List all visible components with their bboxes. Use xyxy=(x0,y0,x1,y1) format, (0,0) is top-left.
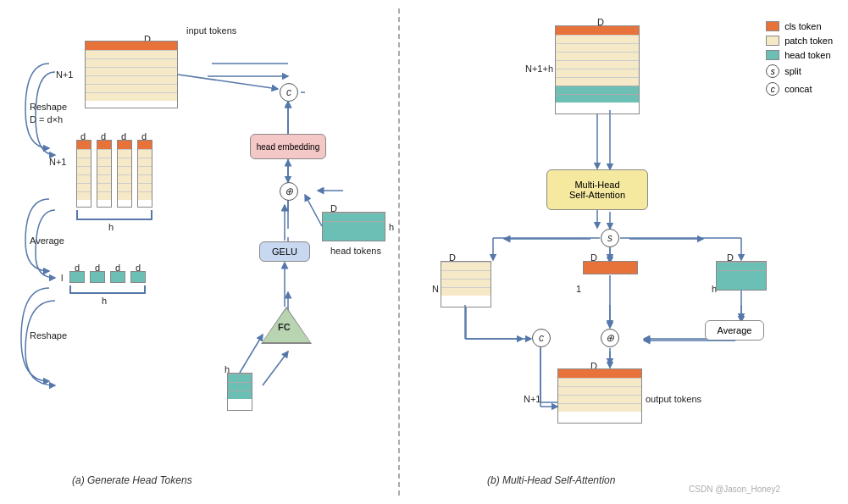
h-label-avg: h xyxy=(102,296,107,306)
head-embedding-label: head embedding xyxy=(257,142,320,152)
legend-split: s split xyxy=(766,64,833,78)
r-h2 xyxy=(556,94,639,102)
head-swatch xyxy=(766,50,779,60)
r-p4 xyxy=(556,60,639,69)
cr1 xyxy=(97,141,111,149)
cr1 xyxy=(138,141,152,149)
split-circle: s xyxy=(601,229,619,247)
rn1 xyxy=(441,262,491,270)
cr5 xyxy=(118,174,131,183)
cr4 xyxy=(138,166,152,174)
svg-line-42 xyxy=(240,335,263,373)
input-tokens-label: input tokens xyxy=(186,25,236,36)
patch-token-row-3 xyxy=(86,67,177,75)
patch-swatch xyxy=(766,36,779,46)
concat-symbol: c xyxy=(766,82,779,96)
legend-head-label: head token xyxy=(784,50,830,60)
head-embedding-box: head embedding xyxy=(250,134,326,159)
ro1 xyxy=(558,369,641,378)
token-col-2 xyxy=(97,140,112,208)
r-h1 xyxy=(556,86,639,94)
average-box-right: Average xyxy=(705,320,764,341)
cr7 xyxy=(97,191,111,200)
cr3 xyxy=(138,158,152,166)
rh1 xyxy=(717,262,766,270)
right-N1-output-label: N+1 xyxy=(524,394,541,404)
svg-line-7 xyxy=(263,352,288,385)
legend-head: head token xyxy=(766,50,833,60)
tr2 xyxy=(228,382,252,390)
cls-swatch xyxy=(766,21,779,31)
cr3 xyxy=(77,158,91,166)
gelu-label: GELU xyxy=(272,246,297,257)
patch-token-row-6 xyxy=(86,92,177,101)
r-p2 xyxy=(556,43,639,52)
plus-circle-right: ⊕ xyxy=(601,329,619,347)
concat-circle-left: c xyxy=(280,83,298,102)
output-tokens-label: output tokens xyxy=(646,394,701,404)
cr5 xyxy=(97,174,111,183)
cr4 xyxy=(118,166,131,174)
reshape-label-2: Reshape xyxy=(30,330,67,341)
cr3 xyxy=(118,158,131,166)
input-token-block xyxy=(85,41,178,108)
head-tokens-label: head tokens xyxy=(330,246,381,256)
legend-cls-label: cls token xyxy=(784,21,821,31)
avg-block-2 xyxy=(90,271,105,283)
right-N1h-label: N+1+h xyxy=(525,64,553,74)
r-p3 xyxy=(556,52,639,60)
avg-block-3 xyxy=(110,271,125,283)
h-bracket-left xyxy=(76,210,152,220)
ro3 xyxy=(558,386,641,395)
legend-concat: c concat xyxy=(766,82,833,96)
patch-token-row-2 xyxy=(86,58,177,67)
right-output-block xyxy=(557,368,642,424)
split-symbol: s xyxy=(766,64,779,78)
right-h-block xyxy=(716,261,767,291)
tr1 xyxy=(228,374,252,382)
cr7 xyxy=(138,191,152,200)
gelu-box: GELU xyxy=(259,241,310,262)
plus-circle-left: ⊕ xyxy=(280,182,298,201)
legend: cls token patch token head token s split… xyxy=(766,21,833,96)
right-input-block xyxy=(555,25,640,114)
cr2 xyxy=(118,149,131,158)
head-tokens-block xyxy=(322,212,385,241)
left-N1-label2: N+1 xyxy=(49,157,67,167)
right-N-label: N xyxy=(432,284,439,294)
fc-label: FC xyxy=(278,322,291,332)
avg-block-1 xyxy=(69,271,85,283)
average-label-right: Average xyxy=(718,325,752,335)
cls-token-row xyxy=(86,42,177,50)
left-caption: (a) Generate Head Tokens xyxy=(72,474,192,486)
rn4 xyxy=(441,287,491,296)
token-col-1 xyxy=(76,140,91,208)
rn3 xyxy=(441,279,491,287)
diagram-container: input tokens D N+1 Reshape D = d×h d d d… xyxy=(0,0,848,504)
cr5 xyxy=(138,174,152,183)
multihead-attn-label: Multi-Head Self-Attention xyxy=(569,180,625,200)
cr3 xyxy=(97,158,111,166)
right-caption: (b) Multi-Head Self-Attention xyxy=(487,474,615,486)
svg-line-43 xyxy=(305,195,322,226)
cr6 xyxy=(118,183,131,191)
patch-token-row-4 xyxy=(86,75,177,84)
D-eq-label: D = d×h xyxy=(30,114,63,125)
token-col-3 xyxy=(117,140,132,208)
ht1 xyxy=(323,213,385,221)
patch-token-row-1 xyxy=(86,50,177,58)
cr6 xyxy=(138,183,152,191)
left-N1-label: N+1 xyxy=(56,69,74,80)
ro2 xyxy=(558,378,641,386)
right-N-block xyxy=(441,261,491,307)
r-p6 xyxy=(556,77,639,86)
cr1 xyxy=(118,141,131,149)
cr4 xyxy=(97,166,111,174)
legend-patch: patch token xyxy=(766,36,833,46)
reshape-label-1: Reshape xyxy=(30,102,67,112)
cr7 xyxy=(118,191,131,200)
cr2 xyxy=(77,149,91,158)
rh2 xyxy=(717,270,766,279)
r-p1 xyxy=(556,35,639,43)
cr4 xyxy=(77,166,91,174)
